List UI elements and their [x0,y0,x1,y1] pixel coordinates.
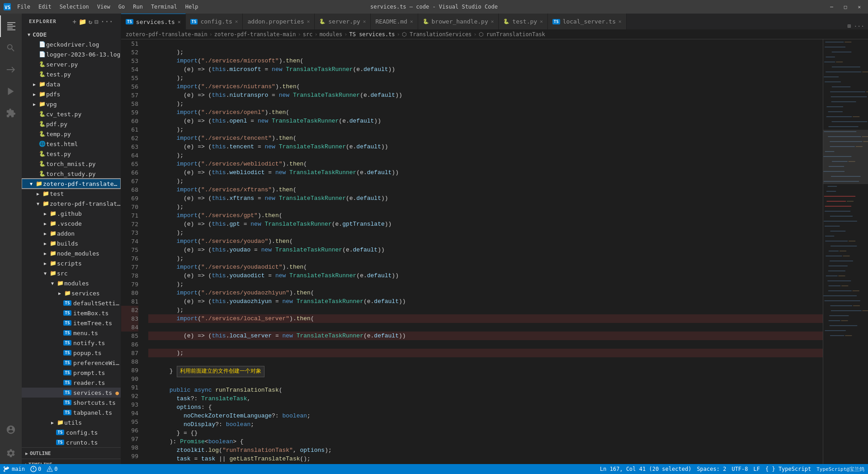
tab-close-services[interactable]: ✕ [178,19,181,25]
tree-item-shortcuts[interactable]: TS shortcuts.ts [22,398,121,408]
tree-item-github[interactable]: ▶ 📁 .github [22,209,121,218]
code-content[interactable]: ); import("./services/microsoft").then( … [144,39,823,464]
tree-item-itemBox[interactable]: TS itemBox.ts [22,308,121,318]
timeline-section[interactable]: ▶ TIMELINE [22,459,121,464]
tab-close-local[interactable]: ✕ [618,19,622,24]
tree-item-vscode[interactable]: ▶ 📁 .vscode [22,218,121,228]
sidebar-header-actions[interactable]: + 📁 ↻ ⊟ ··· [72,18,113,25]
accounts-activity-icon[interactable] [0,419,22,441]
tree-item-itemTree[interactable]: TS itemTree.ts [22,318,121,328]
tab-addon-properties[interactable]: addon.properties ✕ [243,14,315,29]
more-actions-icon[interactable]: ··· [101,18,113,25]
menu-run[interactable]: Run [129,3,146,11]
tab-close-readme[interactable]: ✕ [410,19,413,24]
explorer-activity-icon[interactable] [0,15,22,37]
tree-item-testpy[interactable]: 🐍 test.py [22,69,121,79]
tree-item-cvtest[interactable]: 🐍 cv_test.py [22,109,121,119]
titlebar-controls[interactable]: ─ □ ✕ [826,3,864,11]
settings-activity-icon[interactable] [0,442,22,464]
search-activity-icon[interactable] [0,37,22,59]
outline-section[interactable]: ▶ OUTLINE [22,447,121,459]
debug-activity-icon[interactable] [0,81,22,102]
git-branch[interactable]: main [4,466,25,472]
breadcrumb-file[interactable]: TS services.ts [349,31,395,38]
tree-item-test-folder[interactable]: ▶ 📁 test [22,189,121,199]
tree-item-pdfs[interactable]: ▶ 📁 pdfs [22,89,121,99]
tab-close-config[interactable]: ✕ [235,19,238,24]
breadcrumb-part-4[interactable]: modules [320,31,343,38]
menu-view[interactable]: View [94,3,114,11]
tree-item-scripts[interactable]: ▶ 📁 scripts [22,258,121,268]
collapse-icon[interactable]: ⊟ [94,18,99,25]
tree-item-popup[interactable]: TS popup.ts [22,348,121,358]
menu-selection[interactable]: Selection [56,3,93,11]
tree-item-testhtml[interactable]: 🌐 test.html [22,139,121,149]
tree-item-tabpanel[interactable]: TS tabpanel.ts [22,408,121,417]
tab-config-ts[interactable]: TS config.ts ✕ [186,14,243,29]
language-mode[interactable]: { } TypeScript [765,466,811,472]
tab-close-testpy[interactable]: ✕ [540,19,543,24]
encoding-setting[interactable]: UTF-8 [731,466,748,472]
tree-item-crunto[interactable]: TS crunto.ts [22,437,121,447]
breadcrumb-class[interactable]: ⬡ TranslationServices [402,31,472,38]
source-control-activity-icon[interactable] [0,59,22,81]
tree-item-torchmnist[interactable]: 🐍 torch_mnist.py [22,159,121,169]
menu-terminal[interactable]: Terminal [147,3,181,11]
menu-file[interactable]: File [14,3,34,11]
tree-item-notify[interactable]: TS notify.ts [22,338,121,348]
tree-item-services-ts[interactable]: TS services.ts ● [22,388,121,398]
eol-setting[interactable]: LF [754,466,760,472]
close-button[interactable]: ✕ [854,3,864,11]
tab-brower-handle[interactable]: 🐍 brower_handle.py ✕ [418,14,499,29]
breadcrumb-part-1[interactable]: zotero-pdf-translate-main [126,31,208,38]
tab-test-py[interactable]: 🐍 test.py ✕ [499,14,547,29]
tree-item-config-ts2[interactable]: TS config.ts [22,427,121,437]
tab-close-brower[interactable]: ✕ [491,19,494,24]
new-file-icon[interactable]: + [72,18,76,25]
refresh-icon[interactable]: ↻ [89,18,93,25]
tab-readme[interactable]: README.md ✕ [371,14,418,29]
tab-services-ts[interactable]: TS services.ts ✕ [121,14,186,29]
error-count[interactable]: 0 [30,466,41,472]
breadcrumb-method[interactable]: ⬡ runTranslationTask [479,31,545,38]
tree-item-addon[interactable]: ▶ 📁 addon [22,228,121,238]
tree-item-node-modules[interactable]: ▶ 📁 node_modules [22,248,121,258]
tree-item-vpg[interactable]: ▶ 📁 vpg [22,99,121,109]
titlebar-menu[interactable]: File Edit Selection View Go Run Terminal… [14,3,202,11]
tree-item-defaultSettings[interactable]: TS defaultSettings.ts [22,298,121,308]
tree-item-menu[interactable]: TS menu.ts [22,328,121,338]
tree-item-temppy[interactable]: 🐍 temp.py [22,129,121,139]
tree-item-pdfpy[interactable]: 🐍 pdf.py [22,119,121,129]
split-editor-icon[interactable]: ⊞ [848,23,851,29]
tree-item-data[interactable]: ▶ 📁 data [22,79,121,89]
tree-item-geckodriver[interactable]: 📄 geckodriver.log [22,39,121,49]
minimize-button[interactable]: ─ [826,3,837,11]
menu-go[interactable]: Go [115,3,128,11]
cursor-position[interactable]: Ln 167, Col 41 (20 selected) [600,466,691,472]
tree-item-builds[interactable]: ▶ 📁 builds [22,238,121,248]
tree-item-utils[interactable]: ▶ 📁 utils [22,417,121,427]
tree-item-zotero-inner[interactable]: ▼ 📁 zotero-pdf-translate-main [22,199,121,209]
maximize-button[interactable]: □ [840,3,851,11]
menu-edit[interactable]: Edit [35,3,55,11]
tree-item-preferenceWindow[interactable]: TS preferenceWindow.ts [22,358,121,368]
more-tabs-icon[interactable]: ··· [854,23,864,29]
tree-root-code[interactable]: ▼ CODE [22,29,121,39]
tree-item-reader[interactable]: TS reader.ts [22,378,121,388]
tab-local-server[interactable]: TS local_server.ts ✕ [548,14,627,29]
tree-item-services-folder[interactable]: ▶ 📁 services [22,288,121,298]
menu-help[interactable]: Help [182,3,202,11]
tab-close-server[interactable]: ✕ [363,19,366,24]
tree-item-testpy2[interactable]: 🐍 test.py [22,149,121,159]
tree-item-src[interactable]: ▼ 📁 src [22,268,121,278]
breadcrumb-part-3[interactable]: src [303,31,313,38]
tree-item-prompt[interactable]: TS prompt.ts [22,368,121,378]
spaces-setting[interactable]: Spaces: 2 [697,466,726,472]
new-folder-icon[interactable]: 📁 [79,18,87,25]
tree-item-servepy[interactable]: 🐍 server.py [22,59,121,69]
tree-item-modules[interactable]: ▼ 📁 modules [22,278,121,288]
extensions-activity-icon[interactable] [0,102,22,124]
tab-server-py[interactable]: 🐍 server.py ✕ [315,14,371,29]
tab-close-addon[interactable]: ✕ [307,19,310,24]
breadcrumb-part-2[interactable]: zotero-pdf-translate-main [214,31,296,38]
